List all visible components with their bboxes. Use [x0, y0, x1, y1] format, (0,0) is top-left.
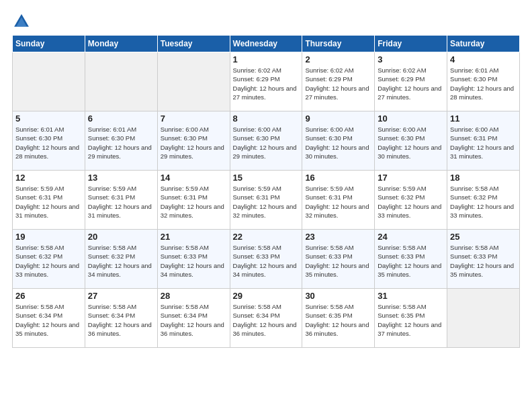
- calendar-cell: 6Sunrise: 6:01 AMSunset: 6:30 PMDaylight…: [85, 111, 157, 171]
- day-number: 25: [450, 232, 517, 242]
- calendar-cell: 12Sunrise: 5:59 AMSunset: 6:31 PMDayligh…: [13, 171, 85, 230]
- calendar-cell: 31Sunrise: 5:58 AMSunset: 6:35 PMDayligh…: [375, 289, 447, 348]
- calendar-cell: [447, 289, 520, 348]
- day-info: Sunrise: 5:58 AMSunset: 6:32 PMDaylight:…: [450, 184, 517, 220]
- calendar-table: SundayMondayTuesdayWednesdayThursdayFrid…: [12, 35, 520, 348]
- day-number: 23: [305, 232, 371, 242]
- day-number: 24: [378, 232, 444, 242]
- day-number: 22: [233, 232, 300, 242]
- weekday-header-wednesday: Wednesday: [230, 36, 302, 52]
- day-number: 29: [233, 291, 300, 301]
- calendar-cell: 28Sunrise: 5:58 AMSunset: 6:34 PMDayligh…: [157, 289, 230, 348]
- day-info: Sunrise: 5:58 AMSunset: 6:35 PMDaylight:…: [305, 302, 371, 338]
- calendar-week-1: 1Sunrise: 6:02 AMSunset: 6:29 PMDaylight…: [13, 52, 520, 111]
- day-number: 18: [450, 173, 517, 183]
- day-number: 21: [161, 232, 227, 242]
- calendar-cell: 16Sunrise: 5:59 AMSunset: 6:31 PMDayligh…: [302, 171, 375, 230]
- day-info: Sunrise: 5:59 AMSunset: 6:31 PMDaylight:…: [88, 184, 154, 220]
- day-info: Sunrise: 5:59 AMSunset: 6:31 PMDaylight:…: [161, 184, 227, 220]
- day-number: 5: [15, 113, 82, 124]
- calendar-cell: 13Sunrise: 5:59 AMSunset: 6:31 PMDayligh…: [85, 171, 157, 230]
- weekday-header-sunday: Sunday: [13, 36, 85, 52]
- calendar-cell: 1Sunrise: 6:02 AMSunset: 6:29 PMDaylight…: [230, 52, 302, 111]
- day-info: Sunrise: 5:58 AMSunset: 6:34 PMDaylight:…: [88, 302, 154, 338]
- calendar-header: SundayMondayTuesdayWednesdayThursdayFrid…: [13, 36, 520, 52]
- day-info: Sunrise: 6:01 AMSunset: 6:30 PMDaylight:…: [15, 125, 82, 161]
- day-number: 14: [161, 173, 227, 183]
- day-number: 26: [15, 291, 82, 301]
- calendar-week-3: 12Sunrise: 5:59 AMSunset: 6:31 PMDayligh…: [13, 171, 520, 230]
- day-info: Sunrise: 6:00 AMSunset: 6:30 PMDaylight:…: [161, 125, 227, 161]
- day-info: Sunrise: 6:02 AMSunset: 6:29 PMDaylight:…: [305, 66, 371, 101]
- day-info: Sunrise: 5:59 AMSunset: 6:31 PMDaylight:…: [233, 184, 300, 220]
- day-number: 6: [88, 113, 154, 124]
- day-info: Sunrise: 6:02 AMSunset: 6:29 PMDaylight:…: [233, 66, 300, 101]
- day-number: 17: [378, 173, 444, 183]
- day-info: Sunrise: 5:58 AMSunset: 6:33 PMDaylight:…: [450, 243, 517, 279]
- calendar-cell: 30Sunrise: 5:58 AMSunset: 6:35 PMDayligh…: [302, 289, 375, 348]
- calendar-cell: 11Sunrise: 6:00 AMSunset: 6:31 PMDayligh…: [447, 111, 520, 171]
- day-info: Sunrise: 5:58 AMSunset: 6:34 PMDaylight:…: [161, 302, 227, 338]
- day-number: 4: [450, 54, 517, 64]
- day-info: Sunrise: 6:00 AMSunset: 6:30 PMDaylight:…: [233, 125, 300, 161]
- calendar-cell: 7Sunrise: 6:00 AMSunset: 6:30 PMDaylight…: [157, 111, 230, 171]
- calendar-cell: 17Sunrise: 5:59 AMSunset: 6:32 PMDayligh…: [375, 171, 447, 230]
- calendar-cell: 9Sunrise: 6:00 AMSunset: 6:30 PMDaylight…: [302, 111, 375, 171]
- logo-icon: [12, 12, 31, 31]
- day-info: Sunrise: 6:00 AMSunset: 6:31 PMDaylight:…: [450, 125, 517, 161]
- calendar-cell: 8Sunrise: 6:00 AMSunset: 6:30 PMDaylight…: [230, 111, 302, 171]
- calendar-cell: 2Sunrise: 6:02 AMSunset: 6:29 PMDaylight…: [302, 52, 375, 111]
- day-number: 1: [233, 54, 300, 64]
- day-number: 11: [450, 113, 517, 124]
- day-number: 7: [161, 113, 227, 124]
- calendar-cell: 24Sunrise: 5:58 AMSunset: 6:33 PMDayligh…: [375, 230, 447, 289]
- day-number: 27: [88, 291, 154, 301]
- day-number: 12: [15, 173, 82, 183]
- calendar-cell: 3Sunrise: 6:02 AMSunset: 6:29 PMDaylight…: [375, 52, 447, 111]
- day-number: 28: [161, 291, 227, 301]
- day-number: 30: [305, 291, 371, 301]
- day-info: Sunrise: 5:58 AMSunset: 6:35 PMDaylight:…: [378, 302, 444, 338]
- day-number: 31: [378, 291, 444, 301]
- day-number: 3: [378, 54, 444, 64]
- day-info: Sunrise: 6:00 AMSunset: 6:30 PMDaylight:…: [378, 125, 444, 161]
- day-info: Sunrise: 5:58 AMSunset: 6:33 PMDaylight:…: [305, 243, 371, 279]
- day-info: Sunrise: 6:02 AMSunset: 6:29 PMDaylight:…: [378, 66, 444, 101]
- weekday-header-tuesday: Tuesday: [157, 36, 230, 52]
- day-info: Sunrise: 5:59 AMSunset: 6:31 PMDaylight:…: [15, 184, 82, 220]
- weekday-header-saturday: Saturday: [447, 36, 520, 52]
- day-info: Sunrise: 5:59 AMSunset: 6:32 PMDaylight:…: [378, 184, 444, 220]
- calendar-cell: 20Sunrise: 5:58 AMSunset: 6:32 PMDayligh…: [85, 230, 157, 289]
- day-number: 13: [88, 173, 154, 183]
- calendar-cell: 14Sunrise: 5:59 AMSunset: 6:31 PMDayligh…: [157, 171, 230, 230]
- day-info: Sunrise: 5:58 AMSunset: 6:33 PMDaylight:…: [378, 243, 444, 279]
- weekday-row: SundayMondayTuesdayWednesdayThursdayFrid…: [13, 36, 520, 52]
- calendar-cell: [157, 52, 230, 111]
- calendar-week-4: 19Sunrise: 5:58 AMSunset: 6:32 PMDayligh…: [13, 230, 520, 289]
- logo: [12, 12, 34, 31]
- calendar-cell: 19Sunrise: 5:58 AMSunset: 6:32 PMDayligh…: [13, 230, 85, 289]
- calendar-cell: 29Sunrise: 5:58 AMSunset: 6:34 PMDayligh…: [230, 289, 302, 348]
- calendar-cell: 21Sunrise: 5:58 AMSunset: 6:33 PMDayligh…: [157, 230, 230, 289]
- calendar-cell: 23Sunrise: 5:58 AMSunset: 6:33 PMDayligh…: [302, 230, 375, 289]
- day-number: 8: [233, 113, 300, 124]
- day-info: Sunrise: 5:58 AMSunset: 6:32 PMDaylight:…: [88, 243, 154, 279]
- day-info: Sunrise: 5:58 AMSunset: 6:34 PMDaylight:…: [233, 302, 300, 338]
- day-number: 10: [378, 113, 444, 124]
- day-number: 2: [305, 54, 371, 64]
- calendar-cell: 4Sunrise: 6:01 AMSunset: 6:30 PMDaylight…: [447, 52, 520, 111]
- page: SundayMondayTuesdayWednesdayThursdayFrid…: [0, 0, 532, 411]
- day-info: Sunrise: 5:59 AMSunset: 6:31 PMDaylight:…: [305, 184, 371, 220]
- day-info: Sunrise: 6:00 AMSunset: 6:30 PMDaylight:…: [305, 125, 371, 161]
- day-number: 19: [15, 232, 82, 242]
- calendar-cell: 5Sunrise: 6:01 AMSunset: 6:30 PMDaylight…: [13, 111, 85, 171]
- day-info: Sunrise: 5:58 AMSunset: 6:34 PMDaylight:…: [15, 302, 82, 338]
- calendar-cell: 27Sunrise: 5:58 AMSunset: 6:34 PMDayligh…: [85, 289, 157, 348]
- header: [12, 12, 520, 31]
- day-number: 9: [305, 113, 371, 124]
- day-info: Sunrise: 5:58 AMSunset: 6:32 PMDaylight:…: [15, 243, 82, 279]
- day-info: Sunrise: 5:58 AMSunset: 6:33 PMDaylight:…: [161, 243, 227, 279]
- weekday-header-monday: Monday: [85, 36, 157, 52]
- calendar-body: 1Sunrise: 6:02 AMSunset: 6:29 PMDaylight…: [13, 52, 520, 348]
- day-info: Sunrise: 6:01 AMSunset: 6:30 PMDaylight:…: [88, 125, 154, 161]
